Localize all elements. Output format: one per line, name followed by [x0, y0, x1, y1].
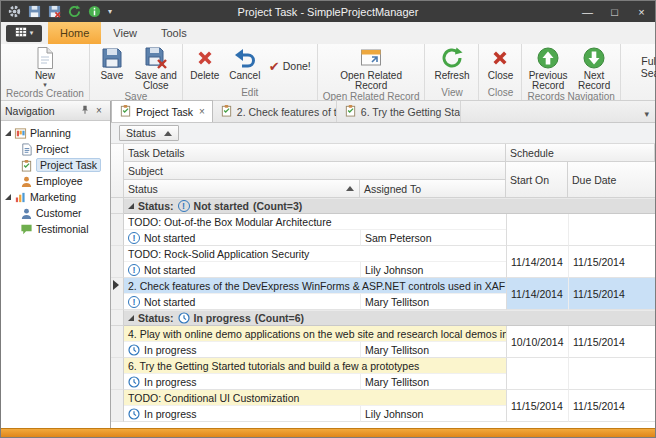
tree-item-employee[interactable]: Employee	[1, 173, 110, 189]
assigned-cell[interactable]: Lily Johnson	[360, 406, 506, 422]
subject-cell[interactable]: TODO: Out-of-the Box Modular Architectur…	[124, 214, 506, 230]
row-indicator	[111, 214, 124, 246]
qat-caret-icon[interactable]: ▾	[105, 7, 115, 16]
column-header-due-date[interactable]: Due Date	[568, 162, 655, 198]
status-cell[interactable]: In progress	[124, 406, 360, 422]
band-task-details[interactable]: Task Details	[124, 144, 506, 162]
column-header-assigned-to[interactable]: Assigned To	[360, 180, 506, 198]
ribbon-tab-home[interactable]: Home	[48, 22, 101, 44]
subject-cell[interactable]: 4. Play with online demo applications on…	[124, 326, 506, 342]
previous-record-button[interactable]: Previous Record	[525, 45, 571, 91]
start-on-cell[interactable]: 10/10/2014	[506, 326, 568, 358]
subject-cell[interactable]: 2. Check features of the DevExpress WinF…	[124, 278, 506, 294]
table-row[interactable]: TODO: Rock-Solid Application Security ! …	[111, 246, 655, 278]
assigned-cell[interactable]: Mary Tellitson	[360, 342, 506, 358]
tree-item-project-task[interactable]: Project Task	[1, 157, 110, 173]
due-date-cell[interactable]: 11/15/2014	[568, 278, 655, 310]
column-header-subject[interactable]: Subject	[124, 162, 506, 180]
in-progress-clock-icon	[128, 408, 140, 420]
undo-arrow-icon	[233, 46, 257, 70]
column-header-start-on[interactable]: Start On	[506, 162, 568, 198]
person-icon	[20, 207, 33, 220]
assigned-cell[interactable]: Lily Johnson	[360, 262, 506, 278]
app-menu-button[interactable]: ▾	[6, 25, 42, 42]
status-cell[interactable]: In progress	[124, 374, 360, 390]
tree-item-project[interactable]: Project	[1, 141, 110, 157]
navigation-tree: Planning Project Project Task Employee	[1, 121, 110, 237]
start-on-cell[interactable]	[506, 214, 568, 246]
tab-check-features[interactable]: 2. Check features of th	[213, 101, 337, 122]
column-header-status[interactable]: Status	[124, 180, 360, 198]
done-button[interactable]: ✔ Done!	[265, 58, 315, 75]
person-icon	[20, 175, 33, 188]
not-started-icon: !	[128, 264, 140, 276]
start-on-cell[interactable]: 11/14/2014	[506, 246, 568, 278]
assigned-cell[interactable]: Sam Peterson	[360, 230, 506, 246]
tab-close-icon[interactable]: ×	[199, 106, 205, 117]
quick-save-close-button[interactable]	[45, 3, 63, 20]
tree-item-customer[interactable]: Customer	[1, 205, 110, 221]
in-progress-clock-icon	[128, 344, 140, 356]
tree-group-planning[interactable]: Planning	[1, 125, 110, 141]
about-button[interactable]	[85, 3, 103, 20]
tab-overflow-button[interactable]: ▾	[644, 109, 655, 122]
delete-button[interactable]: Delete	[185, 45, 225, 81]
tree-item-testimonial[interactable]: Testimonial	[1, 221, 110, 237]
tab-getting-started[interactable]: 6. Try the Getting Start	[337, 101, 461, 122]
header-indicator-cell	[111, 144, 124, 198]
table-row[interactable]: 2. Check features of the DevExpress WinF…	[111, 278, 655, 310]
due-date-cell[interactable]	[568, 358, 655, 390]
status-cell[interactable]: In progress	[124, 342, 360, 358]
status-cell[interactable]: ! Not started	[124, 230, 360, 246]
save-button[interactable]: Save	[92, 45, 132, 81]
group-row-not-started[interactable]: Status: ! Not started (Count=3)	[111, 198, 655, 214]
save-and-close-button[interactable]: Save and Close	[132, 45, 180, 91]
cancel-button[interactable]: Cancel	[225, 45, 265, 81]
status-cell[interactable]: ! Not started	[124, 294, 360, 310]
assigned-cell[interactable]: Mary Tellitson	[360, 294, 506, 310]
start-on-cell[interactable]: 11/14/2014	[506, 278, 568, 310]
due-date-cell[interactable]: 11/15/2014	[568, 326, 655, 358]
subject-cell[interactable]: TODO: Conditional UI Customization	[124, 390, 506, 406]
tree-group-marketing[interactable]: Marketing	[1, 189, 110, 205]
ribbon: New ▾ Records Creation Save Save and Clo…	[1, 44, 655, 101]
group-row-in-progress[interactable]: Status: In progress (Count=6)	[111, 310, 655, 326]
table-row[interactable]: 4. Play with online demo applications on…	[111, 326, 655, 358]
due-date-cell[interactable]: 11/15/2014	[568, 390, 655, 422]
close-nav-button[interactable]: ×	[92, 104, 106, 118]
ribbon-tab-view[interactable]: View	[101, 22, 149, 44]
quick-refresh-button[interactable]	[65, 3, 83, 20]
due-date-cell[interactable]: 11/15/2014	[568, 246, 655, 278]
tab-project-task[interactable]: Project Task ×	[111, 100, 213, 122]
close-button[interactable]: ×	[628, 1, 655, 22]
settings-button[interactable]	[5, 3, 23, 20]
new-button[interactable]: New ▾	[31, 45, 59, 88]
start-on-cell[interactable]: 11/15/2014	[506, 390, 568, 422]
group-by-chip-status[interactable]: Status	[119, 125, 179, 141]
titlebar: ▾ Project Task - SimpleProjectManager — …	[1, 1, 655, 22]
open-related-record-button[interactable]: Open Related Record	[329, 45, 413, 91]
pin-button[interactable]	[78, 104, 92, 118]
table-row[interactable]: 6. Try the Getting Started tutorials and…	[111, 358, 655, 390]
refresh-button[interactable]: Refresh	[428, 45, 476, 81]
maximize-button[interactable]: □	[601, 1, 628, 22]
minimize-button[interactable]: —	[574, 1, 601, 22]
start-on-cell[interactable]	[506, 358, 568, 390]
assigned-cell[interactable]: Mary Tellitson	[360, 374, 506, 390]
band-schedule[interactable]: Schedule	[506, 144, 655, 162]
ribbon-tab-tools[interactable]: Tools	[149, 22, 199, 44]
status-cell[interactable]: ! Not started	[124, 262, 360, 278]
full-text-search-button[interactable]: Full Text Search ▾	[632, 54, 656, 79]
ribbon-group-view: Refresh View	[425, 44, 479, 100]
quick-save-button[interactable]	[25, 3, 43, 20]
sort-asc-icon	[346, 186, 354, 191]
due-date-cell[interactable]	[568, 214, 655, 246]
subject-cell[interactable]: 6. Try the Getting Started tutorials and…	[124, 358, 506, 374]
row-indicator	[111, 326, 124, 358]
subject-cell[interactable]: TODO: Rock-Solid Application Security	[124, 246, 506, 262]
table-row[interactable]: TODO: Out-of-the Box Modular Architectur…	[111, 214, 655, 246]
ribbon-group-save: Save Save and Close Save	[90, 44, 183, 100]
next-record-button[interactable]: Next Record	[571, 45, 617, 91]
close-view-button[interactable]: Close	[481, 45, 519, 81]
table-row[interactable]: TODO: Conditional UI Customization In pr…	[111, 390, 655, 422]
